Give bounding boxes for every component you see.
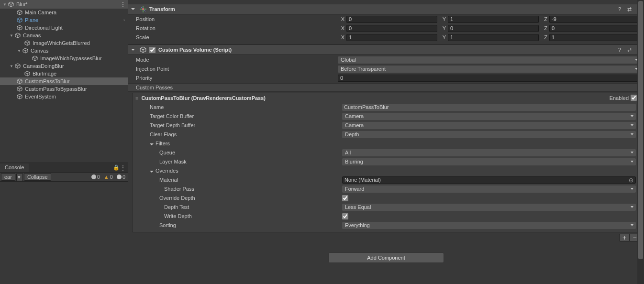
shader-pass-dropdown[interactable]: Forward [342,186,636,193]
rotation-z-input[interactable] [549,25,640,32]
queue-dropdown[interactable]: All [342,149,636,156]
foldout-icon[interactable]: ▼ [9,33,14,38]
hierarchy-item[interactable]: Main Camera [0,9,128,16]
pass-enabled-checkbox[interactable] [631,95,637,101]
info-count[interactable]: 0 [90,174,101,180]
gameobject-icon [16,78,23,85]
lock-icon[interactable]: 🔒 [113,165,119,171]
svg-point-0 [142,8,144,10]
hierarchy-item[interactable]: ▼Canvas [0,32,128,39]
hierarchy-item-label: Canvas [31,48,48,54]
inspector-scrollbar[interactable] [637,0,644,284]
error-icon [117,175,122,179]
preset-icon[interactable]: ⇄ [626,46,633,53]
sorting-dropdown[interactable]: Everything [342,222,636,229]
rotation-x-input[interactable] [346,25,437,32]
hierarchy-item[interactable]: BlurImage [0,70,128,77]
hierarchy-item[interactable]: ImageWhichGetsBlurred [0,39,128,47]
target-depth-buffer-dropdown[interactable]: Camera [342,122,636,129]
rotation-label: Rotation [132,25,338,31]
scale-x-input[interactable] [346,34,437,41]
foldout-icon[interactable] [131,8,135,10]
overrides-foldout[interactable]: Overrides [136,168,342,174]
gameobject-icon [16,9,23,16]
position-x-input[interactable] [346,16,437,23]
custom-passes-header: Custom Passes [128,83,644,92]
sorting-label: Sorting [136,222,342,228]
pass-list-item: ≡ CustomPassToBlur (DrawRenderersCustomP… [132,93,640,232]
hierarchy-item-label: CustomPassToBlur [25,78,70,84]
clear-flags-dropdown[interactable]: Depth [342,131,636,138]
clear-dropdown[interactable]: ▾ [16,173,23,181]
unity-cube-icon [8,1,14,8]
foldout-icon[interactable] [131,49,135,51]
pane-menu-icon[interactable] [120,164,126,171]
pass-title-label: CustomPassToBlur (DrawRenderersCustomPas… [141,95,266,101]
scale-z-input[interactable] [549,34,640,41]
console-tabbar: Console 🔒 [0,163,128,172]
gameobject-icon [24,40,31,46]
layer-mask-dropdown[interactable]: Blurring [342,158,636,165]
hierarchy-item-label: BlurImage [33,71,56,76]
z-label: Z [541,16,547,22]
scale-y-input[interactable] [448,34,539,41]
hierarchy-item-selected[interactable]: CustomPassToBlur [0,77,128,85]
foldout-icon[interactable]: ▼ [2,1,8,7]
foldout-icon[interactable]: ▼ [9,63,14,69]
component-title: Custom Pass Volume (Script) [158,47,232,53]
priority-label: Priority [132,75,338,81]
mode-label: Mode [132,57,338,63]
hierarchy-item[interactable]: CustomPassToBypassBlur [0,85,128,93]
target-color-buffer-label: Target Color Buffer [136,113,342,119]
position-y-input[interactable] [448,16,539,23]
foldout-icon [150,143,154,145]
rotation-y-input[interactable] [448,25,539,32]
hierarchy-panel: ▼ Blur* Main Camera Plane› Directional L… [0,0,128,284]
depth-test-dropdown[interactable]: Less Equal [342,204,636,211]
foldout-icon [150,171,154,173]
foldout-icon[interactable]: ▼ [16,48,22,54]
write-depth-label: Write Depth [136,213,342,219]
hierarchy-item[interactable]: Directional Light [0,24,128,32]
hierarchy-item[interactable]: ImageWhichBypassesBlur [0,55,128,62]
pass-name-input[interactable] [342,104,636,111]
drag-handle-icon[interactable]: ≡ [135,95,138,101]
error-count[interactable]: 0 [115,174,127,180]
help-icon[interactable]: ? [616,46,623,53]
info-icon [91,175,96,179]
hierarchy-item-label: ImageWhichBypassesBlur [40,55,101,61]
scene-menu-icon[interactable] [120,1,126,8]
transform-header[interactable]: Transform ? ⇄ [128,4,644,14]
hierarchy-item[interactable]: ▼CanvasDoingBlur [0,62,128,70]
pass-header[interactable]: ≡ CustomPassToBlur (DrawRenderersCustomP… [133,93,640,102]
write-depth-checkbox[interactable] [342,213,348,219]
custompass-header[interactable]: Custom Pass Volume (Script) ? ⇄ [128,44,644,55]
component-enabled-checkbox[interactable] [149,47,155,53]
clear-flags-label: Clear Flags [136,131,342,137]
priority-input[interactable] [338,75,640,82]
tab-console[interactable]: Console [0,164,29,172]
override-depth-checkbox[interactable] [342,195,348,201]
injection-dropdown[interactable]: Before Transparent [338,66,640,73]
hierarchy-item[interactable]: ▼Canvas [0,47,128,55]
scene-row[interactable]: ▼ Blur* [0,0,128,9]
hierarchy-item-label: ImageWhichGetsBlurred [33,40,90,46]
filters-foldout[interactable]: Filters [136,141,342,146]
scrollbar-thumb[interactable] [638,1,643,259]
clear-button[interactable]: ear [1,173,15,181]
preset-icon[interactable]: ⇄ [626,6,633,12]
add-component-button[interactable]: Add Component [328,252,444,263]
add-pass-button[interactable]: + [619,234,630,241]
mode-dropdown[interactable]: Global [338,56,640,64]
shader-pass-label: Shader Pass [136,186,342,192]
collapse-button[interactable]: Collapse [24,173,51,181]
scale-label: Scale [132,34,338,40]
transform-icon [140,6,146,12]
warning-count[interactable]: ▲0 [102,174,114,180]
position-z-input[interactable] [549,16,640,23]
material-object-field[interactable]: None (Material) [342,176,636,184]
target-color-buffer-dropdown[interactable]: Camera [342,113,636,120]
hierarchy-item[interactable]: EventSystem [0,93,128,100]
hierarchy-item[interactable]: Plane› [0,16,128,24]
help-icon[interactable]: ? [616,6,623,12]
